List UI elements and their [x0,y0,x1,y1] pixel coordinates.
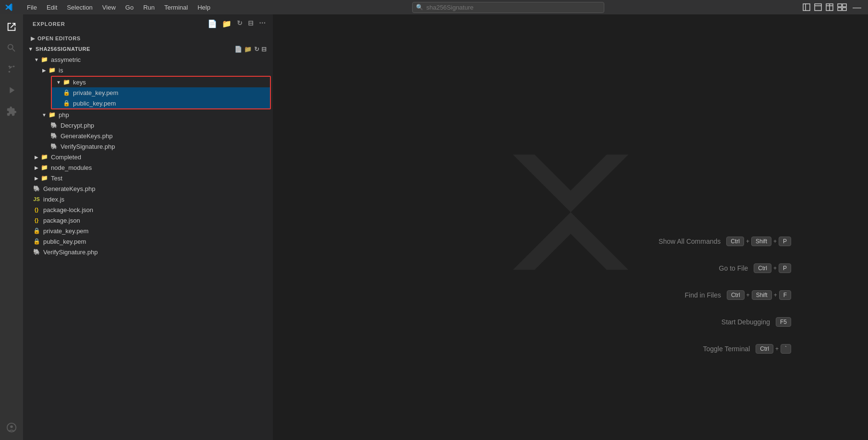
menu-help[interactable]: Help [194,3,214,12]
editor-area: Show All Commands Ctrl + Shift + P Go to… [273,14,868,440]
minimize-button[interactable]: — [851,3,863,12]
layout-icon-2[interactable] [814,3,822,11]
lock-icon-private-root: 🔒 [33,227,40,235]
file-private-key-inner-label: private_key.pem [73,89,118,96]
sidebar-header-actions: 📄 📁 ↻ ⊟ ⋯ [207,18,267,29]
project-new-file-icon[interactable]: 📄 [234,46,243,53]
shortcut-show-commands-label: Show All Commands [644,238,721,245]
file-private-key-root[interactable]: 🔒 private_key.pem [23,226,273,236]
activity-remote-icon[interactable] [3,419,20,436]
new-file-icon[interactable]: 📄 [207,18,219,29]
main-layout: EXPLORER 📄 📁 ↻ ⊟ ⋯ ▶ OPEN EDITORS ▼ SHA2… [0,14,868,440]
svg-point-12 [13,66,15,68]
activity-extensions-icon[interactable] [3,103,20,120]
shortcut-terminal-label: Toggle Terminal [673,345,750,353]
file-decrypt-php[interactable]: 🐘 Decrypt.php [23,120,273,131]
folder-completed[interactable]: ▶ 📁 Completed [23,152,273,162]
php-icon-verify-inner: 🐘 [50,143,58,150]
new-folder-icon[interactable]: 📁 [221,18,233,29]
folder-completed-label: Completed [51,154,81,161]
search-magnifier-icon: 🔍 [416,4,423,11]
menu-selection[interactable]: Selection [63,3,96,12]
file-public-key-root-label: public_key.pem [43,238,86,245]
folder-keys-icon: 📁 [62,78,70,86]
folder-test[interactable]: ▶ 📁 Test [23,173,273,183]
open-editors-chevron: ▶ [29,35,37,42]
layout-icon-3[interactable] [826,3,833,11]
menu-file[interactable]: File [23,3,41,12]
project-collapse-icon[interactable]: ⊟ [261,46,267,53]
file-public-key-inner[interactable]: 🔒 public_key.pem [52,98,270,108]
folder-keys[interactable]: ▼ 📁 keys [52,77,270,87]
activity-explorer-icon[interactable] [3,18,20,36]
file-verify-root[interactable]: 🐘 VerifySignature.php [23,247,273,257]
kbd-p-1: P [779,237,791,246]
svg-rect-0 [803,4,810,11]
php-icon-generate-root: 🐘 [33,185,40,192]
layout-icon-1[interactable] [803,3,810,11]
file-public-key-root[interactable]: 🔒 public_key.pem [23,236,273,247]
folder-php-icon: 📁 [48,111,56,119]
folder-keys-chevron: ▼ [55,78,62,86]
file-verify-inner-label: VerifySignature.php [61,143,115,150]
shortcut-debug-keys: F5 [776,317,791,327]
file-generatekeys-root-label: GenerateKeys.php [43,185,95,192]
folder-is-icon: 📁 [48,66,56,74]
file-private-key-inner[interactable]: 🔒 private_key.pem [52,87,270,98]
file-package-json[interactable]: {} package.json [23,215,273,226]
folder-is[interactable]: ▶ 📁 is [23,65,273,75]
project-new-folder-icon[interactable]: 📁 [244,46,252,53]
activity-source-control-icon[interactable] [3,60,20,78]
file-generatekeys-root[interactable]: 🐘 GenerateKeys.php [23,183,273,194]
folder-node-modules-chevron: ▶ [33,164,40,171]
title-search-area: 🔍 [224,2,793,13]
search-box-wrapper: 🔍 [412,2,604,13]
json-icon-lock: {} [33,206,40,214]
folder-assymetric-label: assymetric [51,56,81,63]
plus-4a: + [775,345,779,352]
svg-rect-8 [843,4,846,7]
project-refresh-icon[interactable]: ↻ [254,46,260,53]
lock-icon-public-inner: 🔒 [62,99,70,107]
shortcut-goto-file: Go to File Ctrl + P [671,263,791,273]
menu-terminal[interactable]: Terminal [160,3,192,12]
collapse-all-icon[interactable]: ⊟ [247,18,255,29]
file-package-lock-label: package-lock.json [43,206,93,214]
folder-is-chevron: ▶ [40,66,48,74]
activity-run-icon[interactable] [3,82,20,99]
folder-completed-chevron: ▶ [33,153,40,161]
project-chevron: ▼ [27,45,35,53]
file-generatekeys-php-inner[interactable]: 🐘 GenerateKeys.php [23,131,273,141]
folder-php-label: php [59,111,69,119]
file-verify-php-inner[interactable]: 🐘 VerifySignature.php [23,141,273,152]
folder-php[interactable]: ▼ 📁 php [23,109,273,120]
menu-view[interactable]: View [98,3,120,12]
folder-node-modules[interactable]: ▶ 📁 node_modules [23,162,273,173]
php-icon-decrypt: 🐘 [50,121,58,129]
file-generatekeys-inner-label: GenerateKeys.php [61,132,112,140]
refresh-icon[interactable]: ↻ [236,18,244,29]
folder-completed-icon: 📁 [40,153,48,161]
plus-1b: + [773,238,777,245]
kbd-shift-3: Shift [752,290,772,300]
js-icon: JS [33,195,40,203]
php-icon-generate-inner: 🐘 [50,132,58,140]
folder-test-chevron: ▶ [33,174,40,182]
title-search-input[interactable] [412,2,604,13]
folder-assymetric-chevron: ▼ [33,56,40,63]
folder-assymetric[interactable]: ▼ 📁 assymetric [23,54,273,65]
project-section[interactable]: ▼ SHA256SIGNATURE 📄 📁 ↻ ⊟ [23,44,273,54]
more-actions-icon[interactable]: ⋯ [258,18,267,29]
file-index-js[interactable]: JS index.js [23,194,273,204]
open-editors-section[interactable]: ▶ OPEN EDITORS [23,33,273,44]
shortcut-goto-file-keys: Ctrl + P [754,263,791,273]
menu-go[interactable]: Go [122,3,137,12]
svg-rect-9 [838,8,842,11]
menu-run[interactable]: Run [139,3,159,12]
activity-search-icon[interactable] [3,39,20,57]
file-index-js-label: index.js [43,196,64,203]
layout-icon-4[interactable] [837,3,847,11]
menu-edit[interactable]: Edit [43,3,61,12]
file-package-lock-json[interactable]: {} package-lock.json [23,204,273,215]
svg-point-11 [9,71,11,73]
